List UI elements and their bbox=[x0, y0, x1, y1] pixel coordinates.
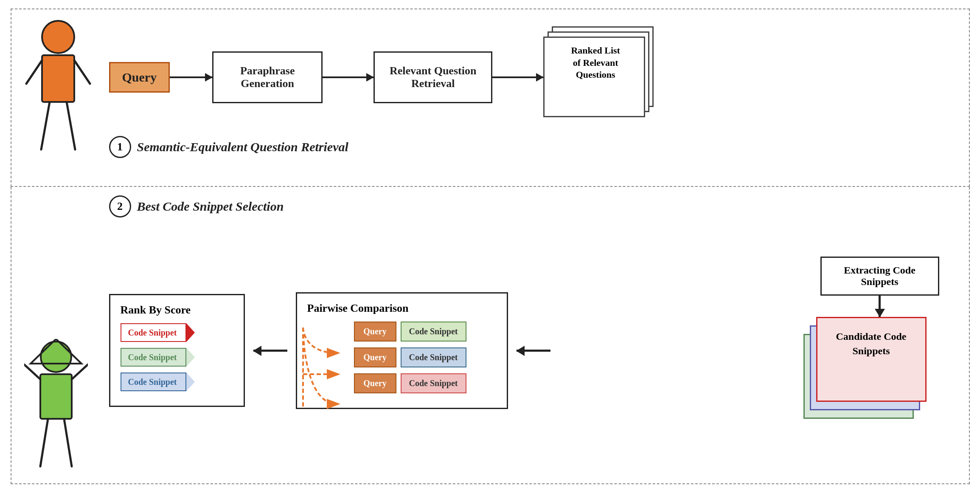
arrow-3 bbox=[492, 76, 543, 78]
svg-rect-7 bbox=[40, 374, 72, 419]
stick-figure-green bbox=[24, 339, 88, 475]
snippet-red-body: Code Snippet bbox=[121, 323, 186, 342]
pair-snippet-1: Code Snippet bbox=[401, 322, 466, 342]
snippet-red-arrow bbox=[186, 323, 195, 342]
svg-line-11 bbox=[40, 419, 48, 466]
snippet-blue-row: Code Snippet bbox=[121, 373, 233, 391]
extract-column: Extracting CodeSnippets bbox=[820, 257, 939, 317]
pair-snippet-2: Code Snippet bbox=[401, 347, 466, 367]
arrow-from-candidates bbox=[517, 350, 550, 352]
svg-line-3 bbox=[74, 60, 90, 84]
paraphrase-label: ParaphraseGeneration bbox=[240, 65, 295, 90]
candidate-stack: Candidate Code Snippets bbox=[803, 317, 931, 444]
snippet-red-row: Code Snippet bbox=[121, 323, 233, 342]
rank-box: Rank By Score Code Snippet Code Snippet bbox=[109, 294, 245, 407]
query-box: Query bbox=[109, 62, 170, 93]
pair-query-2: Query bbox=[354, 347, 396, 367]
section-2-label: 2 Best Code Snippet Selection bbox=[24, 195, 956, 217]
candidate-text: Candidate Code Snippets bbox=[816, 330, 927, 358]
snippet-green-arrow bbox=[186, 348, 195, 367]
main-container: Query ParaphraseGeneration Relevant Ques… bbox=[11, 8, 970, 484]
paper-front: Ranked Listof RelevantQuestions bbox=[543, 37, 645, 117]
section-1-num: 1 bbox=[109, 136, 131, 158]
section-2-num: 2 bbox=[109, 195, 131, 217]
svg-point-6 bbox=[41, 342, 71, 372]
pairwise-box: Pairwise Comparison bbox=[296, 292, 508, 409]
svg-line-4 bbox=[41, 102, 50, 150]
svg-line-8 bbox=[24, 364, 40, 379]
pairwise-title: Pairwise Comparison bbox=[307, 302, 497, 315]
dashed-arrows bbox=[299, 319, 345, 429]
arrow-2 bbox=[323, 76, 373, 78]
arrow-1 bbox=[170, 76, 212, 78]
svg-line-5 bbox=[67, 102, 75, 150]
svg-point-0 bbox=[42, 21, 74, 53]
retrieval-box: Relevant QuestionRetrieval bbox=[373, 51, 492, 103]
ranked-list-text: Ranked Listof RelevantQuestions bbox=[545, 41, 646, 85]
bottom-content: Rank By Score Code Snippet Code Snippet bbox=[24, 226, 956, 475]
pair-snippet-3: Code Snippet bbox=[401, 373, 466, 393]
bottom-section: 2 Best Code Snippet Selection Rank By Sc… bbox=[11, 187, 970, 484]
pair-query-1: Query bbox=[354, 322, 396, 342]
ranked-list-container: Ranked Listof RelevantQuestions bbox=[543, 26, 662, 128]
top-flow: Query ParaphraseGeneration Relevant Ques… bbox=[24, 26, 956, 128]
section-2-text: Best Code Snippet Selection bbox=[137, 199, 284, 214]
top-section: Query ParaphraseGeneration Relevant Ques… bbox=[11, 8, 970, 187]
section-1-label: 1 Semantic-Equivalent Question Retrieval bbox=[24, 136, 956, 158]
svg-line-12 bbox=[64, 419, 72, 466]
svg-line-9 bbox=[72, 364, 88, 379]
vertical-arrow-extract bbox=[879, 296, 881, 317]
snippet-green-row: Code Snippet bbox=[121, 348, 233, 367]
section-1-text: Semantic-Equivalent Question Retrieval bbox=[137, 140, 348, 154]
rank-title: Rank By Score bbox=[121, 304, 233, 316]
snippet-blue-body: Code Snippet bbox=[121, 373, 186, 391]
extract-label: Extracting CodeSnippets bbox=[844, 265, 915, 287]
snippet-green-body: Code Snippet bbox=[121, 348, 186, 367]
svg-rect-1 bbox=[42, 55, 74, 102]
extract-box: Extracting CodeSnippets bbox=[820, 257, 939, 296]
pair-query-3: Query bbox=[354, 373, 396, 393]
snippet-blue-arrow bbox=[186, 373, 195, 391]
right-section: Extracting CodeSnippets Candidate Code S… bbox=[803, 257, 956, 444]
stick-figure-orange bbox=[24, 18, 92, 162]
svg-line-2 bbox=[26, 60, 42, 84]
arrow-to-rank bbox=[253, 350, 287, 352]
retrieval-label: Relevant QuestionRetrieval bbox=[390, 65, 476, 90]
paraphrase-box: ParaphraseGeneration bbox=[212, 51, 323, 103]
